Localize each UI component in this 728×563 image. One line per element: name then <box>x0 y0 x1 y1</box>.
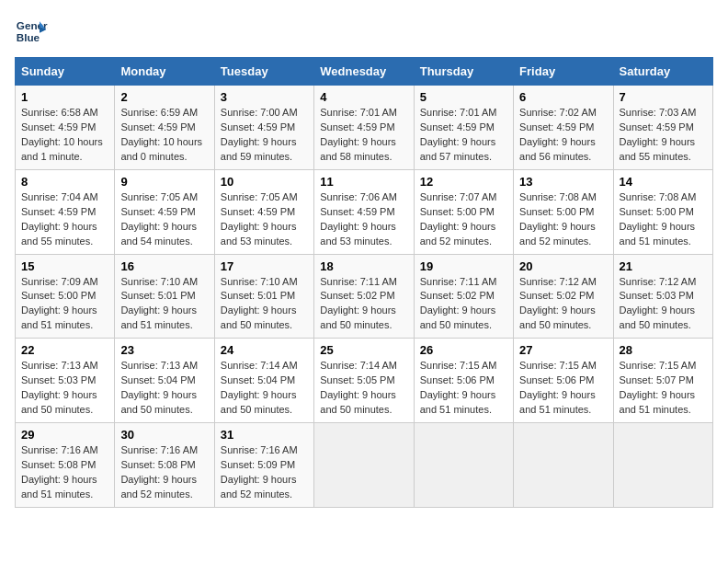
page-header: General Blue <box>15 15 713 48</box>
calendar-cell: 17Sunrise: 7:10 AMSunset: 5:01 PMDayligh… <box>214 254 313 339</box>
day-info: Sunrise: 7:01 AMSunset: 4:59 PMDaylight:… <box>320 106 407 165</box>
day-number: 30 <box>120 428 208 442</box>
calendar-cell: 10Sunrise: 7:05 AMSunset: 4:59 PMDayligh… <box>214 169 313 254</box>
calendar-cell: 25Sunrise: 7:14 AMSunset: 5:05 PMDayligh… <box>314 339 414 423</box>
calendar-cell: 16Sunrise: 7:10 AMSunset: 5:01 PMDayligh… <box>115 254 214 339</box>
day-number: 29 <box>21 428 108 442</box>
day-info: Sunrise: 7:15 AMSunset: 5:06 PMDaylight:… <box>519 359 607 418</box>
day-info: Sunrise: 7:15 AMSunset: 5:06 PMDaylight:… <box>420 359 507 418</box>
day-number: 8 <box>21 175 108 189</box>
day-number: 4 <box>320 90 407 104</box>
day-number: 9 <box>120 175 208 189</box>
calendar-week-5: 29Sunrise: 7:16 AMSunset: 5:08 PMDayligh… <box>16 423 713 508</box>
calendar-cell: 19Sunrise: 7:11 AMSunset: 5:02 PMDayligh… <box>414 254 513 339</box>
day-number: 20 <box>519 259 607 273</box>
day-number: 7 <box>620 90 707 104</box>
day-number: 27 <box>519 343 607 357</box>
day-info: Sunrise: 7:16 AMSunset: 5:08 PMDaylight:… <box>120 443 208 502</box>
day-info: Sunrise: 7:11 AMSunset: 5:02 PMDaylight:… <box>420 275 507 334</box>
day-number: 26 <box>420 343 507 357</box>
calendar-cell: 28Sunrise: 7:15 AMSunset: 5:07 PMDayligh… <box>613 339 712 423</box>
column-header-tuesday: Tuesday <box>214 58 313 86</box>
day-number: 2 <box>120 90 208 104</box>
day-info: Sunrise: 7:16 AMSunset: 5:08 PMDaylight:… <box>21 443 108 502</box>
day-info: Sunrise: 7:02 AMSunset: 4:59 PMDaylight:… <box>519 106 607 165</box>
calendar-header-row: SundayMondayTuesdayWednesdayThursdayFrid… <box>16 58 713 86</box>
day-info: Sunrise: 7:00 AMSunset: 4:59 PMDaylight:… <box>221 106 308 165</box>
day-info: Sunrise: 7:08 AMSunset: 5:00 PMDaylight:… <box>519 190 607 249</box>
logo-icon: General Blue <box>15 15 48 48</box>
svg-text:Blue: Blue <box>17 31 40 43</box>
day-number: 19 <box>420 259 507 273</box>
calendar-cell: 20Sunrise: 7:12 AMSunset: 5:02 PMDayligh… <box>514 254 613 339</box>
column-header-sunday: Sunday <box>16 58 115 86</box>
day-info: Sunrise: 7:14 AMSunset: 5:05 PMDaylight:… <box>320 359 407 418</box>
day-number: 16 <box>120 259 208 273</box>
day-number: 10 <box>221 175 308 189</box>
day-number: 22 <box>21 343 108 357</box>
column-header-saturday: Saturday <box>613 58 712 86</box>
day-info: Sunrise: 7:16 AMSunset: 5:09 PMDaylight:… <box>221 443 308 502</box>
day-number: 24 <box>221 343 308 357</box>
calendar-cell: 23Sunrise: 7:13 AMSunset: 5:04 PMDayligh… <box>115 339 214 423</box>
day-info: Sunrise: 7:13 AMSunset: 5:04 PMDaylight:… <box>120 359 208 418</box>
day-number: 25 <box>320 343 407 357</box>
day-info: Sunrise: 7:05 AMSunset: 4:59 PMDaylight:… <box>120 190 208 249</box>
day-info: Sunrise: 6:59 AMSunset: 4:59 PMDaylight:… <box>120 106 208 165</box>
calendar-cell: 8Sunrise: 7:04 AMSunset: 4:59 PMDaylight… <box>16 169 115 254</box>
day-number: 31 <box>221 428 308 442</box>
calendar-cell: 18Sunrise: 7:11 AMSunset: 5:02 PMDayligh… <box>314 254 414 339</box>
day-number: 18 <box>320 259 407 273</box>
day-number: 13 <box>519 175 607 189</box>
calendar-cell: 3Sunrise: 7:00 AMSunset: 4:59 PMDaylight… <box>214 86 313 170</box>
calendar-cell: 1Sunrise: 6:58 AMSunset: 4:59 PMDaylight… <box>16 86 115 170</box>
day-info: Sunrise: 7:13 AMSunset: 5:03 PMDaylight:… <box>21 359 108 418</box>
calendar-cell <box>613 423 712 508</box>
day-info: Sunrise: 6:58 AMSunset: 4:59 PMDaylight:… <box>21 106 108 165</box>
day-info: Sunrise: 7:01 AMSunset: 4:59 PMDaylight:… <box>420 106 507 165</box>
day-info: Sunrise: 7:04 AMSunset: 4:59 PMDaylight:… <box>21 190 108 249</box>
calendar-week-2: 8Sunrise: 7:04 AMSunset: 4:59 PMDaylight… <box>16 169 713 254</box>
logo: General Blue <box>15 15 51 48</box>
day-number: 17 <box>221 259 308 273</box>
calendar-cell: 6Sunrise: 7:02 AMSunset: 4:59 PMDaylight… <box>514 86 613 170</box>
day-number: 14 <box>620 175 707 189</box>
calendar-week-3: 15Sunrise: 7:09 AMSunset: 5:00 PMDayligh… <box>16 254 713 339</box>
day-info: Sunrise: 7:06 AMSunset: 4:59 PMDaylight:… <box>320 190 407 249</box>
calendar-cell: 15Sunrise: 7:09 AMSunset: 5:00 PMDayligh… <box>16 254 115 339</box>
day-info: Sunrise: 7:03 AMSunset: 4:59 PMDaylight:… <box>620 106 707 165</box>
calendar-table: SundayMondayTuesdayWednesdayThursdayFrid… <box>15 57 713 508</box>
day-info: Sunrise: 7:15 AMSunset: 5:07 PMDaylight:… <box>620 359 707 418</box>
day-info: Sunrise: 7:10 AMSunset: 5:01 PMDaylight:… <box>120 275 208 334</box>
day-number: 23 <box>120 343 208 357</box>
calendar-cell: 7Sunrise: 7:03 AMSunset: 4:59 PMDaylight… <box>613 86 712 170</box>
column-header-friday: Friday <box>514 58 613 86</box>
day-number: 28 <box>620 343 707 357</box>
day-number: 21 <box>620 259 707 273</box>
calendar-cell: 4Sunrise: 7:01 AMSunset: 4:59 PMDaylight… <box>314 86 414 170</box>
day-number: 11 <box>320 175 407 189</box>
calendar-cell: 9Sunrise: 7:05 AMSunset: 4:59 PMDaylight… <box>115 169 214 254</box>
calendar-cell: 2Sunrise: 6:59 AMSunset: 4:59 PMDaylight… <box>115 86 214 170</box>
day-info: Sunrise: 7:07 AMSunset: 5:00 PMDaylight:… <box>420 190 507 249</box>
day-info: Sunrise: 7:09 AMSunset: 5:00 PMDaylight:… <box>21 275 108 334</box>
calendar-cell: 5Sunrise: 7:01 AMSunset: 4:59 PMDaylight… <box>414 86 513 170</box>
calendar-week-4: 22Sunrise: 7:13 AMSunset: 5:03 PMDayligh… <box>16 339 713 423</box>
calendar-cell: 27Sunrise: 7:15 AMSunset: 5:06 PMDayligh… <box>514 339 613 423</box>
column-header-wednesday: Wednesday <box>314 58 414 86</box>
day-info: Sunrise: 7:12 AMSunset: 5:03 PMDaylight:… <box>620 275 707 334</box>
calendar-cell: 11Sunrise: 7:06 AMSunset: 4:59 PMDayligh… <box>314 169 414 254</box>
day-info: Sunrise: 7:10 AMSunset: 5:01 PMDaylight:… <box>221 275 308 334</box>
calendar-cell: 22Sunrise: 7:13 AMSunset: 5:03 PMDayligh… <box>16 339 115 423</box>
day-number: 15 <box>21 259 108 273</box>
day-info: Sunrise: 7:11 AMSunset: 5:02 PMDaylight:… <box>320 275 407 334</box>
calendar-cell: 12Sunrise: 7:07 AMSunset: 5:00 PMDayligh… <box>414 169 513 254</box>
day-number: 3 <box>221 90 308 104</box>
day-number: 5 <box>420 90 507 104</box>
calendar-cell <box>514 423 613 508</box>
calendar-cell: 24Sunrise: 7:14 AMSunset: 5:04 PMDayligh… <box>214 339 313 423</box>
calendar-cell: 21Sunrise: 7:12 AMSunset: 5:03 PMDayligh… <box>613 254 712 339</box>
day-info: Sunrise: 7:12 AMSunset: 5:02 PMDaylight:… <box>519 275 607 334</box>
day-info: Sunrise: 7:08 AMSunset: 5:00 PMDaylight:… <box>620 190 707 249</box>
calendar-week-1: 1Sunrise: 6:58 AMSunset: 4:59 PMDaylight… <box>16 86 713 170</box>
